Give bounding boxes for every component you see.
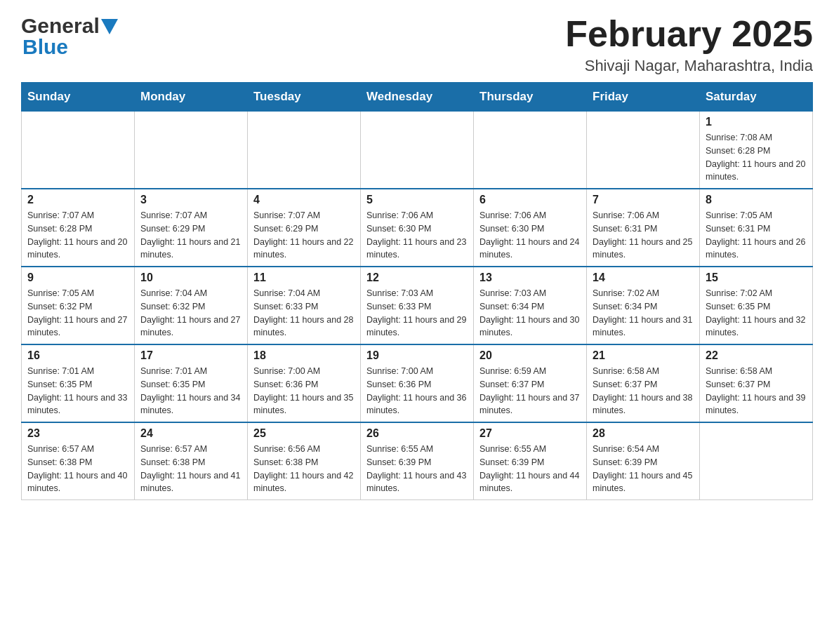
calendar-subtitle: Shivaji Nagar, Maharashtra, India [565,57,813,75]
day-info: Sunrise: 7:01 AMSunset: 6:35 PMDaylight:… [27,365,128,417]
day-info: Sunrise: 7:03 AMSunset: 6:33 PMDaylight:… [366,287,468,340]
day-info: Sunrise: 7:05 AMSunset: 6:32 PMDaylight:… [27,287,128,340]
table-row: 24Sunrise: 6:57 AMSunset: 6:38 PMDayligh… [135,422,248,500]
table-row: 25Sunrise: 6:56 AMSunset: 6:38 PMDayligh… [248,422,361,500]
day-info: Sunrise: 7:00 AMSunset: 6:36 PMDaylight:… [253,365,355,417]
calendar-week-row: 2Sunrise: 7:07 AMSunset: 6:28 PMDaylight… [22,189,813,267]
table-row: 28Sunrise: 6:54 AMSunset: 6:39 PMDayligh… [587,422,700,500]
day-number: 7 [593,194,694,206]
day-info: Sunrise: 7:07 AMSunset: 6:29 PMDaylight:… [140,209,241,262]
table-row [135,112,248,189]
title-area: February 2025 Shivaji Nagar, Maharashtra… [565,14,813,75]
day-number: 15 [706,271,807,284]
day-info: Sunrise: 7:03 AMSunset: 6:34 PMDaylight:… [479,287,581,340]
col-saturday: Saturday [700,83,813,112]
table-row: 9Sunrise: 7:05 AMSunset: 6:32 PMDaylight… [22,267,135,344]
day-number: 18 [253,349,355,362]
day-number: 13 [479,271,581,284]
col-thursday: Thursday [474,83,587,112]
day-info: Sunrise: 7:07 AMSunset: 6:29 PMDaylight:… [253,209,355,262]
day-number: 6 [479,194,581,206]
table-row: 11Sunrise: 7:04 AMSunset: 6:33 PMDayligh… [248,267,361,344]
logo-general: General [21,14,100,38]
day-number: 17 [140,349,241,362]
table-row: 21Sunrise: 6:58 AMSunset: 6:37 PMDayligh… [587,344,700,422]
table-row: 2Sunrise: 7:07 AMSunset: 6:28 PMDaylight… [22,189,135,267]
day-info: Sunrise: 7:02 AMSunset: 6:35 PMDaylight:… [706,287,807,340]
logo-triangle-icon [101,19,118,34]
day-number: 3 [140,194,241,206]
page-header: General Blue February 2025 Shivaji Nagar… [21,14,813,75]
logo: General Blue [21,14,118,59]
table-row: 19Sunrise: 7:00 AMSunset: 6:36 PMDayligh… [361,344,474,422]
day-number: 19 [366,349,468,362]
day-info: Sunrise: 7:00 AMSunset: 6:36 PMDaylight:… [366,365,468,417]
day-number: 27 [479,427,581,440]
day-number: 22 [706,349,807,362]
table-row: 20Sunrise: 6:59 AMSunset: 6:37 PMDayligh… [474,344,587,422]
table-row [587,112,700,189]
table-row [248,112,361,189]
calendar-week-row: 9Sunrise: 7:05 AMSunset: 6:32 PMDaylight… [22,267,813,344]
day-info: Sunrise: 6:58 AMSunset: 6:37 PMDaylight:… [593,365,694,417]
day-info: Sunrise: 7:08 AMSunset: 6:28 PMDaylight:… [706,131,807,184]
day-number: 25 [253,427,355,440]
day-info: Sunrise: 7:05 AMSunset: 6:31 PMDaylight:… [706,209,807,262]
day-number: 2 [27,194,128,206]
day-number: 23 [27,427,128,440]
table-row: 10Sunrise: 7:04 AMSunset: 6:32 PMDayligh… [135,267,248,344]
table-row: 7Sunrise: 7:06 AMSunset: 6:31 PMDaylight… [587,189,700,267]
table-row: 13Sunrise: 7:03 AMSunset: 6:34 PMDayligh… [474,267,587,344]
table-row: 16Sunrise: 7:01 AMSunset: 6:35 PMDayligh… [22,344,135,422]
table-row: 4Sunrise: 7:07 AMSunset: 6:29 PMDaylight… [248,189,361,267]
day-number: 5 [366,194,468,206]
table-row [474,112,587,189]
table-row: 18Sunrise: 7:00 AMSunset: 6:36 PMDayligh… [248,344,361,422]
table-row: 5Sunrise: 7:06 AMSunset: 6:30 PMDaylight… [361,189,474,267]
table-row [22,112,135,189]
day-info: Sunrise: 7:04 AMSunset: 6:33 PMDaylight:… [253,287,355,340]
table-row: 23Sunrise: 6:57 AMSunset: 6:38 PMDayligh… [22,422,135,500]
day-number: 14 [593,271,694,284]
table-row: 1Sunrise: 7:08 AMSunset: 6:28 PMDaylight… [700,112,813,189]
calendar-week-row: 1Sunrise: 7:08 AMSunset: 6:28 PMDaylight… [22,112,813,189]
table-row: 6Sunrise: 7:06 AMSunset: 6:30 PMDaylight… [474,189,587,267]
col-monday: Monday [135,83,248,112]
calendar-table: Sunday Monday Tuesday Wednesday Thursday… [21,82,813,500]
day-number: 11 [253,271,355,284]
day-number: 28 [593,427,694,440]
calendar-header-row: Sunday Monday Tuesday Wednesday Thursday… [22,83,813,112]
day-info: Sunrise: 7:06 AMSunset: 6:31 PMDaylight:… [593,209,694,262]
day-info: Sunrise: 7:04 AMSunset: 6:32 PMDaylight:… [140,287,241,340]
col-tuesday: Tuesday [248,83,361,112]
day-info: Sunrise: 7:01 AMSunset: 6:35 PMDaylight:… [140,365,241,417]
calendar-title: February 2025 [565,14,813,54]
day-number: 4 [253,194,355,206]
day-number: 16 [27,349,128,362]
day-info: Sunrise: 7:07 AMSunset: 6:28 PMDaylight:… [27,209,128,262]
table-row: 8Sunrise: 7:05 AMSunset: 6:31 PMDaylight… [700,189,813,267]
calendar-week-row: 23Sunrise: 6:57 AMSunset: 6:38 PMDayligh… [22,422,813,500]
day-info: Sunrise: 6:55 AMSunset: 6:39 PMDaylight:… [479,443,581,495]
table-row: 26Sunrise: 6:55 AMSunset: 6:39 PMDayligh… [361,422,474,500]
logo-blue: Blue [22,35,68,58]
table-row: 3Sunrise: 7:07 AMSunset: 6:29 PMDaylight… [135,189,248,267]
day-info: Sunrise: 7:06 AMSunset: 6:30 PMDaylight:… [366,209,468,262]
day-number: 9 [27,271,128,284]
day-number: 1 [706,116,807,128]
col-sunday: Sunday [22,83,135,112]
day-number: 10 [140,271,241,284]
day-info: Sunrise: 6:56 AMSunset: 6:38 PMDaylight:… [253,443,355,495]
day-number: 8 [706,194,807,206]
day-number: 21 [593,349,694,362]
table-row: 15Sunrise: 7:02 AMSunset: 6:35 PMDayligh… [700,267,813,344]
table-row: 22Sunrise: 6:58 AMSunset: 6:37 PMDayligh… [700,344,813,422]
day-info: Sunrise: 6:54 AMSunset: 6:39 PMDaylight:… [593,443,694,495]
table-row: 14Sunrise: 7:02 AMSunset: 6:34 PMDayligh… [587,267,700,344]
col-wednesday: Wednesday [361,83,474,112]
day-number: 12 [366,271,468,284]
day-info: Sunrise: 6:57 AMSunset: 6:38 PMDaylight:… [140,443,241,495]
day-info: Sunrise: 7:02 AMSunset: 6:34 PMDaylight:… [593,287,694,340]
day-number: 24 [140,427,241,440]
day-info: Sunrise: 6:55 AMSunset: 6:39 PMDaylight:… [366,443,468,495]
